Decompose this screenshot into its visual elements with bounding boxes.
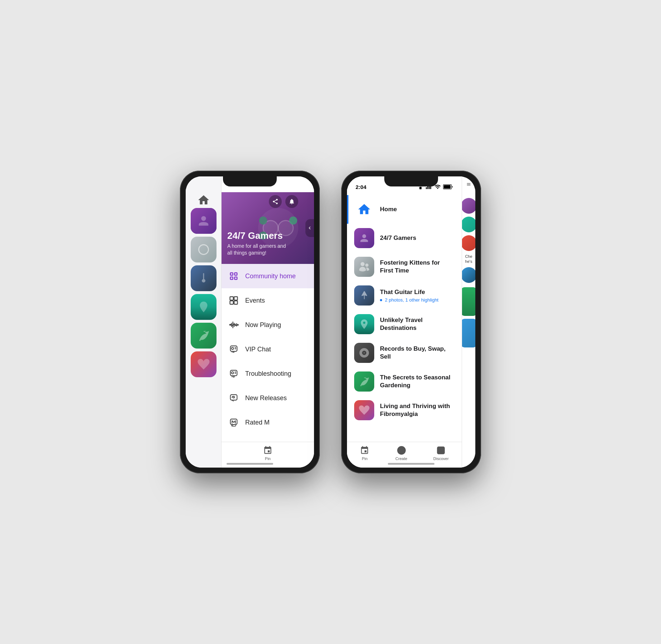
drawer-item-travel[interactable]: Unlikely Travel Destinations	[347, 310, 462, 338]
menu-label-new-releases: New Releases	[245, 394, 287, 402]
menu-item-vip-chat[interactable]: VIP Chat	[222, 337, 314, 361]
svg-rect-55	[439, 448, 441, 450]
drawer-thumb-records	[354, 343, 374, 363]
drawer-home-label: Home	[380, 205, 455, 213]
drawer-guitar-sub: 2 photos, 1 other highlight	[380, 297, 455, 303]
drawer-item-records[interactable]: Records to Buy, Swap, Sell	[347, 338, 462, 367]
drawer-item-kittens[interactable]: Fostering Kittens for First Time	[347, 252, 462, 281]
svg-point-0	[201, 216, 206, 221]
drawer-thumb-kittens	[354, 257, 374, 277]
drawer-thumb-gamers	[354, 228, 374, 248]
notification-button[interactable]	[285, 195, 298, 208]
svg-point-27	[232, 372, 234, 374]
share-button[interactable]	[269, 195, 282, 208]
home-icon	[354, 199, 374, 219]
notch	[223, 176, 277, 186]
svg-point-22	[238, 325, 238, 325]
status-time: 2:04	[356, 184, 366, 190]
events-icon	[227, 294, 240, 307]
svg-point-30	[233, 396, 235, 398]
menu-item-community-home[interactable]: Community home	[222, 264, 314, 288]
svg-rect-44	[426, 187, 427, 189]
discover-tab[interactable]: Discover	[433, 446, 449, 461]
sidebar-thumbnails	[186, 176, 222, 468]
new-releases-icon	[227, 392, 240, 404]
drawer-thumb-travel	[354, 314, 374, 334]
svg-point-24	[232, 347, 234, 350]
drawer-item-fibro-text: Living and Thriving with Fibromyalgia	[380, 402, 455, 418]
phone1-main-content: 24/7 Gamers A home for all gamers and al…	[222, 176, 314, 468]
drawer-item-gamers[interactable]: 24/7 Gamers	[347, 224, 462, 252]
svg-rect-31	[230, 419, 237, 425]
drawer-records-label: Records to Buy, Swap, Sell	[380, 345, 455, 361]
svg-rect-14	[234, 301, 237, 304]
notch-2	[384, 176, 438, 186]
thumb-kittens[interactable]	[191, 237, 217, 262]
create-tab[interactable]: Create	[395, 446, 407, 461]
hero-subtitle: A home for all gamers and all things gam…	[227, 243, 289, 257]
thumb-gardening[interactable]	[191, 323, 217, 349]
svg-rect-54	[437, 447, 444, 454]
drawer-item-fibro[interactable]: Living and Thriving with Fibromyalgia	[347, 396, 462, 425]
hero-text: 24/7 Gamers A home for all gamers and al…	[227, 230, 289, 257]
drawer-item-gardening[interactable]: The Secrets to Seasonal Gardening	[347, 367, 462, 396]
thumb-gamers[interactable]	[191, 208, 217, 234]
back-button[interactable]	[305, 219, 314, 237]
avatar-2	[462, 217, 475, 232]
highlight-dot	[380, 299, 382, 301]
drawer-item-home-text: Home	[380, 205, 455, 213]
drawer-item-travel-text: Unlikely Travel Destinations	[380, 316, 455, 332]
drawer-item-records-text: Records to Buy, Swap, Sell	[380, 345, 455, 361]
drawer-thumb-guitar	[354, 285, 374, 306]
menu-icon[interactable]	[466, 180, 471, 189]
pin-tab-label: Pin	[265, 456, 271, 461]
create-tab-label: Create	[395, 456, 407, 461]
pin-tab-2[interactable]: Pin	[360, 446, 369, 461]
svg-point-4	[259, 217, 267, 224]
menu-item-playstation[interactable]: PlayStation	[222, 435, 314, 442]
drawer-item-home[interactable]: Home	[347, 195, 462, 224]
thumb-guitar[interactable]	[191, 265, 217, 291]
drawer-item-gardening-text: The Secrets to Seasonal Gardening	[380, 374, 455, 389]
drawer-guitar-label: That Guitar Life	[380, 288, 455, 296]
svg-rect-49	[444, 185, 451, 189]
avatar-4	[462, 267, 475, 283]
menu-label-now-playing: Now Playing	[245, 321, 281, 329]
svg-rect-56	[441, 448, 443, 450]
menu-label-vip-chat: VIP Chat	[245, 346, 271, 353]
troubleshooting-icon	[227, 367, 240, 380]
right-panel-content: Che he's	[462, 192, 475, 468]
svg-rect-57	[439, 451, 441, 452]
svg-rect-29	[230, 395, 237, 400]
menu-label-events: Events	[245, 297, 265, 304]
drawer-gardening-label: The Secrets to Seasonal Gardening	[380, 374, 455, 389]
topbar-right	[462, 176, 475, 192]
menu-item-now-playing[interactable]: Now Playing	[222, 313, 314, 337]
menu-item-troubleshooting[interactable]: Troubleshooting	[222, 361, 314, 386]
menu-label-troubleshooting: Troubleshooting	[245, 370, 291, 378]
menu-label-community-home: Community home	[245, 273, 296, 280]
drawer-gamers-label: 24/7 Gamers	[380, 234, 455, 242]
content-thumb-small-2	[462, 319, 475, 347]
svg-point-28	[233, 376, 234, 377]
thumb-fibro[interactable]	[191, 351, 217, 377]
drawer-item-guitar[interactable]: That Guitar Life 2 photos, 1 other highl…	[347, 281, 462, 310]
pin-tab[interactable]: Pin	[263, 446, 272, 461]
thumb-travel[interactable]	[191, 294, 217, 320]
svg-rect-58	[441, 451, 443, 452]
phone2-right-panel: Che he's	[462, 176, 475, 468]
pin-tab-label-2: Pin	[362, 456, 367, 461]
svg-point-25	[233, 351, 234, 353]
menu-item-events[interactable]: Events	[222, 288, 314, 313]
drawer-list: Home 24/7 Gamers	[347, 192, 462, 442]
menu-item-rated-m[interactable]: Rated M	[222, 410, 314, 435]
rated-m-icon	[227, 416, 240, 429]
menu-item-new-releases[interactable]: New Releases	[222, 386, 314, 410]
avatar-3	[462, 235, 475, 251]
che-text: Che he's	[465, 254, 472, 264]
drawer-travel-label: Unlikely Travel Destinations	[380, 316, 455, 332]
svg-rect-12	[234, 297, 237, 300]
content-thumb-small	[462, 287, 475, 316]
waveform-icon	[227, 318, 240, 331]
discover-tab-label: Discover	[433, 456, 449, 461]
